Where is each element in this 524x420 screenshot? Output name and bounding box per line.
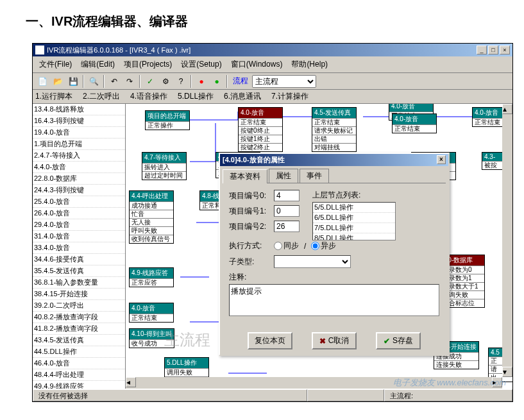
menu-help[interactable]: 帮助(Help) [287,58,332,71]
node-row[interactable]: 按键0终止 [239,126,282,135]
node-row[interactable]: 无人接 [130,218,173,226]
subtype-select[interactable] [274,255,351,268]
tool-new-icon[interactable]: 📄 [35,74,49,88]
node-row[interactable]: 忙音 [130,210,173,218]
maximize-button[interactable]: □ [488,46,498,55]
tree-item[interactable]: 24.4.3-得到按键 [33,185,125,196]
tool-save-icon[interactable]: 💾 [66,74,80,88]
node-row[interactable]: 按键2终止 [239,143,282,151]
minimize-button[interactable]: _ [477,46,487,55]
tree-item[interactable]: 22.8.0-数据库 [33,173,125,185]
tree-item[interactable]: 13.4.8-线路释放 [33,104,125,115]
input-item2[interactable] [274,221,300,232]
node-row[interactable]: 收到传真信号 [130,235,173,243]
sec-tool-2[interactable]: 2.二次呼出 [83,91,120,102]
sec-tool-5[interactable]: 5.DLL操作 [178,91,214,102]
tree-item[interactable]: 35.4.5-发送传真 [33,265,125,277]
menu-file[interactable]: 文件(File) [35,58,76,71]
scroll-left-icon[interactable]: ◂ [126,377,136,387]
list-item[interactable]: 7/5.DLL操作 [313,223,395,233]
tree-item[interactable]: 40.8.2-播放查询字段 [33,312,125,323]
tree-item[interactable]: 4.4.0-放音 [33,162,125,173]
flow-node[interactable]: 4.4-呼出处理 成功接通 忙音 无人接 呼叫失败 收到传真信号 [129,190,174,244]
flow-node[interactable]: 4.0-放音 正常结束 [129,303,174,323]
menu-setup[interactable]: 设置(Setup) [177,58,225,71]
tree-item[interactable]: 25.4.0-放音 [33,196,125,208]
node-row[interactable]: 超过定时时间 [142,171,186,180]
tree-panel[interactable]: 13.4.8-线路释放16.4.3-得到按键19.4.0-放音1.项目的总开端2… [33,104,126,389]
node-row[interactable]: 请求失败标记 [312,126,356,135]
scroll-down-icon[interactable]: ▾ [502,367,512,377]
input-item1[interactable] [274,205,300,217]
node-row[interactable]: 成功接通 [130,201,173,210]
flow-node[interactable]: 项目的总开端 正常操作 [145,110,190,130]
tab-basic[interactable]: 基本资料 [223,169,267,183]
tool-red-icon[interactable]: ● [194,74,208,88]
node-row[interactable]: 收号成功 [130,339,174,348]
node-row[interactable]: 正常操作 [146,121,189,130]
node-row[interactable]: 正常结束 [312,118,356,126]
flow-node[interactable]: 4.9-线路应答 正常应答 [129,267,174,287]
scrollbar-vertical[interactable]: ▴ ▾ [502,104,512,377]
scrollbar-horizontal[interactable]: ◂ ▸ [126,377,502,389]
tool-gear-icon[interactable]: ⚙ [158,74,173,88]
radio-sync[interactable]: 同步 [274,240,299,251]
cancel-button[interactable]: ✖C取消 [312,332,357,349]
sec-tool-1[interactable]: 1.运行脚本 [35,91,72,102]
close-button[interactable]: × [500,46,510,55]
tree-item[interactable]: 36.8.1-输入参数变量 [33,277,125,289]
sec-tool-7[interactable]: 7.计算操作 [271,91,308,102]
tree-item[interactable]: 39.2.0-二次呼出 [33,300,125,312]
tree-item[interactable]: 48.4.4-呼出处理 [33,369,125,381]
node-row[interactable]: 正常结束 [393,124,436,133]
tool-green-icon[interactable]: ● [210,74,224,88]
tree-item[interactable]: 16.4.3-得到按键 [33,115,125,127]
tree-item[interactable]: 33.4.0-放音 [33,242,125,254]
reset-button[interactable]: 复位本页 [248,332,292,349]
input-item0[interactable] [274,190,300,201]
node-row[interactable]: 呼叫失败 [130,226,173,235]
list-item[interactable]: 5/5.DLL操作 [313,203,395,213]
tree-item[interactable]: 2.4.7-等待接入 [33,150,125,162]
flow-node[interactable]: 4.0-放音 正常结束 按键0终止 按键1终止 按键2终止 [238,107,283,152]
scroll-up-icon[interactable]: ▴ [502,104,512,114]
sec-tool-4[interactable]: 4.语音操作 [130,91,167,102]
tool-open-icon[interactable]: 📂 [51,74,65,88]
flow-node[interactable]: 4.7-等待接入 振铃进入 超过定时时间 [142,152,187,180]
dialog-close-button[interactable]: × [437,155,446,164]
node-row[interactable]: 正常结束 [130,314,173,322]
tree-item[interactable]: 31.4.0-放音 [33,231,125,242]
tool-check-icon[interactable]: ✓ [143,74,157,88]
flow-node[interactable]: 4.10-得到主叫 收号成功 [129,328,174,348]
list-item[interactable]: 6/5.DLL操作 [313,213,395,223]
node-row[interactable]: 连接失败 [434,360,478,369]
tool-search-icon[interactable]: 🔍 [87,74,101,88]
menu-window[interactable]: 窗口(Windows) [227,58,287,71]
flow-select[interactable]: 主流程 [252,75,316,88]
menu-project[interactable]: 项目(Projects) [120,58,176,71]
node-row[interactable]: 调用失败 [165,368,208,376]
tool-help-icon[interactable]: ? [174,74,188,88]
tree-item[interactable]: 46.4.0-放音 [33,358,125,369]
note-textarea[interactable]: 播放提示 [229,284,439,316]
node-row[interactable]: 正常应答 [130,278,173,287]
dialog-titlebar[interactable]: [4.0]4.0-放音的属性 × [220,154,448,166]
tree-item[interactable]: 26.4.0-放音 [33,208,125,219]
flow-node[interactable]: 4.5-发送传真 正常结束 请求失败标记 出错 对端挂线 [312,107,357,152]
tab-events[interactable]: 事件 [300,169,329,183]
save-button[interactable]: ✔S存盘 [376,332,421,349]
scroll-right-icon[interactable]: ▸ [492,377,502,387]
tool-redo-icon[interactable]: ↷ [123,74,137,88]
tree-item[interactable]: 29.4.0-放音 [33,219,125,231]
tree-item[interactable]: 38.4.15-开始连接 [33,289,125,300]
tree-item[interactable]: 44.5.DLL操作 [33,346,125,358]
tree-item[interactable]: 49.4.9-线路应答 [33,381,125,389]
node-row[interactable]: 正常结束 [239,118,282,126]
flow-node[interactable]: 4.0-放音 正常结束 [392,113,437,133]
list-item[interactable]: 8/5.DLL操作 [313,233,395,240]
tree-item[interactable]: 34.4.6-接受传真 [33,254,125,265]
sec-tool-6[interactable]: 6.消息通讯 [224,91,261,102]
tree-item[interactable]: 1.项目的总开端 [33,139,125,150]
tool-undo-icon[interactable]: ↶ [107,74,121,88]
tree-item[interactable]: 43.4.5-发送传真 [33,335,125,346]
